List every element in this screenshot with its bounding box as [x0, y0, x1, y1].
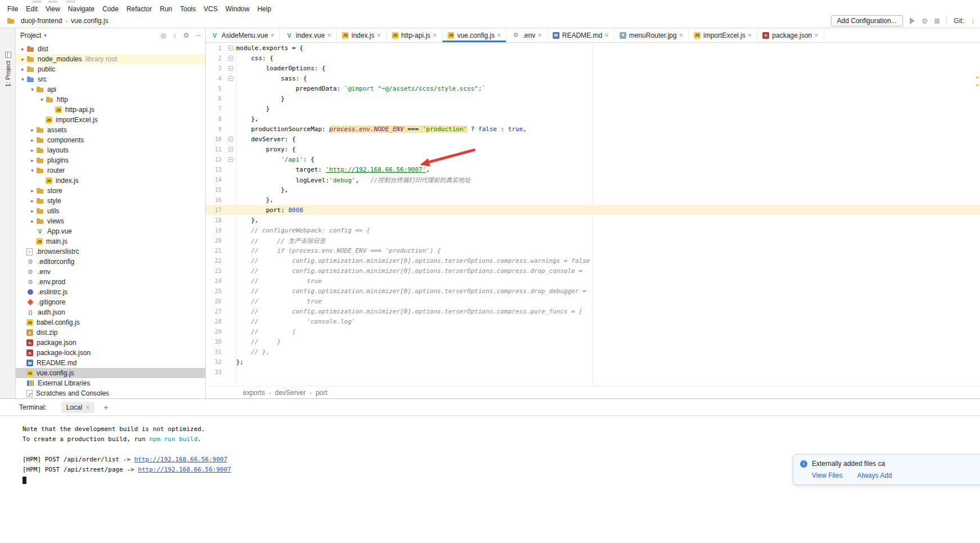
line-number[interactable]: 28 — [206, 318, 225, 325]
editor-tab-index-js[interactable]: index.js× — [337, 28, 386, 42]
editor-tab-readme-md[interactable]: README.md× — [548, 28, 615, 42]
menu-item-vcs[interactable]: VCS — [200, 4, 222, 14]
close-tab-icon[interactable]: × — [270, 31, 275, 39]
code-text[interactable]: }, — [236, 115, 259, 123]
fold-minus-icon[interactable]: − — [228, 56, 233, 61]
code-text[interactable]: prependData: `@import "~@/assets/scss/st… — [236, 85, 486, 92]
always-add-link[interactable]: Always Add — [857, 472, 892, 479]
chevron-collapsed-icon[interactable]: ▸ — [29, 198, 36, 204]
warning-tick[interactable] — [976, 77, 979, 78]
tree-item-dist[interactable]: ▸dist — [16, 44, 205, 54]
line-number[interactable]: 18 — [206, 217, 225, 223]
editor-tab-menurouter-jpg[interactable]: menuRouter.jpg× — [615, 28, 689, 42]
chevron-collapsed-icon[interactable]: ▸ — [29, 158, 36, 163]
code-text[interactable]: }, — [236, 196, 273, 204]
tree-item-env-prod[interactable]: .env.prod — [16, 277, 205, 287]
code-text[interactable]: } — [236, 105, 270, 113]
tree-item-style[interactable]: ▸style — [16, 196, 205, 206]
code-text[interactable]: sass: { — [236, 75, 307, 82]
code-text[interactable]: // config.optimization.minimizer[0].opti… — [236, 267, 582, 275]
tree-item-browserslistrc[interactable]: .browserslistrc — [16, 246, 205, 257]
code-text[interactable]: // config.optimization.minimizer[0].opti… — [236, 308, 582, 315]
run-icon[interactable] — [910, 17, 915, 24]
new-terminal-icon[interactable]: + — [103, 403, 108, 412]
fold-minus-icon[interactable]: − — [228, 147, 233, 152]
chevron-expanded-icon[interactable]: ▾ — [19, 77, 26, 82]
line-number[interactable]: 1 — [206, 45, 225, 51]
view-files-link[interactable]: View Files — [812, 472, 842, 479]
chevron-collapsed-icon[interactable]: ▸ — [29, 127, 36, 133]
close-icon[interactable]: × — [85, 403, 89, 411]
line-number[interactable]: 33 — [206, 369, 225, 375]
tree-item-dist-zip[interactable]: dist.zip — [16, 327, 205, 338]
chevron-collapsed-icon[interactable]: ▸ — [19, 66, 26, 72]
tree-item-importexcel-js[interactable]: importExcel.js — [16, 115, 205, 125]
tree-item-api[interactable]: ▾api — [16, 84, 205, 95]
tree-item-env[interactable]: .env — [16, 267, 205, 277]
breadcrumb-project[interactable]: duoji-frontend — [21, 17, 62, 25]
collapse-all-icon[interactable]: ↕ — [173, 32, 177, 39]
stripe-button-project[interactable]: 1: Project — [0, 52, 16, 87]
close-tab-icon[interactable]: × — [433, 31, 437, 39]
breadcrumb-file[interactable]: vue.config.js — [71, 17, 109, 25]
chevron-collapsed-icon[interactable]: ▸ — [19, 56, 26, 62]
line-number[interactable]: 26 — [206, 298, 225, 304]
tree-item-http[interactable]: ▾http — [16, 95, 205, 105]
breadcrumb-devserver[interactable]: devServer — [275, 389, 306, 397]
line-number[interactable]: 13 — [206, 167, 225, 173]
tree-item-assets[interactable]: ▸assets — [16, 125, 205, 135]
line-number[interactable]: 8 — [206, 116, 225, 122]
breadcrumb-port[interactable]: port — [315, 389, 327, 397]
git-update-icon[interactable]: ↓ — [971, 17, 974, 25]
menu-item-tools[interactable]: Tools — [176, 4, 200, 14]
terminal-link[interactable]: http://192.168.66.56:9007 — [134, 456, 228, 463]
tree-item-readme-md[interactable]: README.md — [16, 358, 205, 368]
chevron-collapsed-icon[interactable]: ▸ — [29, 147, 36, 153]
tree-item-http-api-js[interactable]: http-api.js — [16, 105, 205, 115]
tree-item-utils[interactable]: ▸utils — [16, 206, 205, 216]
code-text[interactable]: // } — [236, 338, 281, 345]
close-tab-icon[interactable]: × — [679, 31, 683, 39]
close-tab-icon[interactable]: × — [814, 31, 819, 39]
tree-item-router[interactable]: ▾router — [16, 165, 205, 176]
terminal-cursor[interactable] — [22, 477, 26, 484]
tree-item-eslintrc-js[interactable]: .eslintrc.js — [16, 287, 205, 297]
tree-item-vue-config-js[interactable]: vue.config.js — [16, 368, 205, 378]
chevron-collapsed-icon[interactable]: ▸ — [29, 218, 36, 224]
code-text[interactable]: // true — [236, 277, 322, 285]
line-number[interactable]: 16 — [206, 197, 225, 203]
line-number[interactable]: 9 — [206, 126, 225, 132]
line-number[interactable]: 15 — [206, 187, 225, 193]
line-number[interactable]: 5 — [206, 86, 225, 92]
line-number[interactable]: 10 — [206, 136, 225, 142]
close-tab-icon[interactable]: × — [327, 31, 332, 39]
line-number[interactable]: 11 — [206, 146, 225, 152]
code-text[interactable]: target: 'http://192.168.66.56:9007', — [236, 166, 430, 173]
editor-tab-vue-config-js[interactable]: vue.config.js× — [442, 28, 507, 42]
line-number[interactable]: 27 — [206, 308, 225, 315]
menu-item-navigate[interactable]: Navigate — [64, 4, 98, 14]
locate-file-icon[interactable]: ◎ — [160, 32, 166, 39]
code-text[interactable]: loaderOptions: { — [236, 65, 326, 72]
warning-tick[interactable] — [976, 84, 979, 86]
menu-item-edit[interactable]: Edit — [22, 4, 42, 14]
chevron-collapsed-icon[interactable]: ▸ — [29, 188, 36, 194]
fold-minus-icon[interactable]: − — [228, 137, 233, 142]
terminal-tab-local[interactable]: Local × — [61, 402, 95, 413]
line-number[interactable]: 12 — [206, 156, 225, 163]
menu-item-window[interactable]: Window — [222, 4, 254, 14]
tree-item-gitignore[interactable]: .gitignore — [16, 297, 205, 307]
add-configuration-button[interactable]: Add Configuration... — [831, 15, 903, 26]
tree-item-components[interactable]: ▸components — [16, 135, 205, 145]
code-text[interactable]: // if (process.env.NODE_ENV === 'product… — [236, 247, 441, 254]
close-tab-icon[interactable]: × — [748, 31, 752, 39]
close-tab-icon[interactable]: × — [497, 31, 502, 39]
code-text[interactable]: // 'console.log' — [236, 318, 355, 325]
line-number[interactable]: 29 — [206, 329, 225, 335]
line-number[interactable]: 22 — [206, 258, 225, 264]
close-tab-icon[interactable]: × — [538, 31, 542, 39]
gear-icon[interactable]: ⚙ — [183, 32, 189, 39]
menu-item-code[interactable]: Code — [98, 4, 123, 14]
code-text[interactable]: // }, — [236, 348, 270, 356]
editor-tab-package-json[interactable]: package.json× — [757, 28, 824, 42]
